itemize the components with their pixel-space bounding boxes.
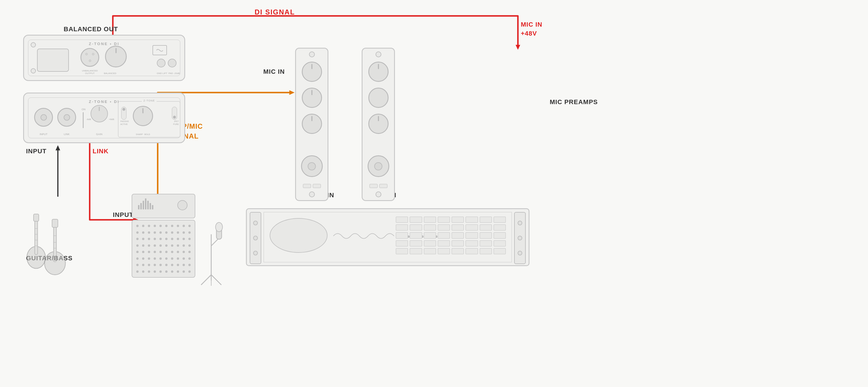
rack-unit [246,208,529,266]
mic-in-48v-label: MIC IN +48V [521,20,542,38]
svg-line-11 [211,275,221,285]
preamp2-buttons [370,184,388,188]
svg-marker-4 [56,145,60,151]
passive-label: PASSIVE [120,120,129,122]
ztone-section: Z-TONE PASSIVE ACTIVE SHARP · BOLD JFET … [118,101,180,137]
strip2-screw-b [376,191,381,197]
vu-meter [138,198,153,209]
screw-tl [31,42,36,47]
strip-screw-t [309,52,315,57]
ztone-di-top: Z-TONE • DI [23,35,185,81]
rack-connector-grid [396,217,506,254]
preamp-knob-1 [302,62,322,82]
minus8db-label: -8dB [86,118,91,121]
link-label: LINK [93,148,108,155]
preamp-knob-3 [302,114,322,134]
small-knob-2 [168,59,177,67]
unbalanced-label: UNBALANCEDOUTPUT [81,69,99,75]
svg-rect-17 [35,220,38,255]
ztone-di-bottom: Z-TONE • DI INPUT LINK ON GAIN -8dB +8dB [23,93,185,143]
strip-screw-b [309,191,315,197]
rack-ear-left [250,212,261,264]
svg-line-10 [201,275,211,285]
ztone-bottom-inner: Z-TONE • DI INPUT LINK ON GAIN -8dB +8dB [28,97,180,138]
svg-rect-24 [54,226,56,262]
guitar-svg-2 [42,217,68,278]
input-label-bottom: INPUT [34,133,53,136]
link-jack [57,108,76,127]
preamp-knob-2 [302,88,322,108]
pad-label: PAD -20dB [168,72,180,75]
input-jack [34,108,53,127]
active-label: ACTIVE [120,123,128,125]
rack-ear-right [514,212,526,264]
preamp2-knob-3 [368,114,389,134]
on-label: ON [82,108,86,111]
pure-label: PURE [173,123,179,125]
ztone-inner-label: Z-TONE [142,99,157,102]
strip2-screw-t [376,52,381,57]
preamp2-knob-1 [368,62,389,82]
jfet-switch [172,107,177,120]
gnd-lift-label: GND LIFT [156,72,168,75]
xlr-connector [81,48,99,67]
ztone-bottom-title: Z-TONE • DI [89,99,120,104]
mic-preamps-label: MIC PREAMPS [550,98,598,106]
svg-rect-25 [52,219,58,227]
rack-waveform [333,230,397,243]
left-preamp-strip [295,48,329,201]
di-signal-label: DI SIGNAL [255,8,295,16]
passive-switch [121,107,126,120]
balanced-label: BALANCED [102,72,118,75]
amp-head [132,194,195,218]
jfet-label: JFET [174,120,179,122]
small-knob-1 [157,59,165,67]
large-knob [105,46,127,67]
sharp-label: SHARP · BOLD [133,133,153,135]
ztone-top-inner: Z-TONE • DI [28,40,180,76]
amp-knob [177,200,187,210]
ztone-top-title: Z-TONE • DI [89,42,120,46]
gain-knob [91,105,108,122]
input-arrow-label: INPUT [26,148,46,155]
ztone-screen [37,49,69,72]
speaker-grille [135,223,192,274]
mic-stand-svg [197,211,226,286]
svg-point-15 [216,222,222,232]
switch-on [83,112,84,128]
symbol-box [153,45,167,55]
mic-stand [197,211,226,286]
input-amp-label: INPUT [113,211,133,219]
ztone-knob [133,106,153,126]
guitar-2 [42,217,68,278]
preamp-xlr-1 [301,155,322,177]
speaker-cab [132,220,195,278]
link-label-bottom: LINK [57,133,76,136]
preamp-buttons-1 [303,184,321,188]
mic-in-label: MIC IN [263,68,285,75]
svg-marker-0 [516,45,520,50]
diagram-container: DI SIGNAL BALANCED OUT MIC IN +48V MIC I… [0,0,868,387]
plus8db-label: +8dB [109,118,114,121]
screw-bl [31,68,36,73]
preamp2-xlr [368,155,389,177]
rack-display-oval [270,218,328,253]
preamp2-knob-2 [368,88,389,108]
balanced-out-label: BALANCED OUT [64,26,118,33]
rack-front-panel [264,212,512,262]
svg-rect-18 [34,214,39,221]
svg-line-13 [211,238,218,246]
gain-label: GAIN [91,133,108,136]
right-preamp-strip [362,48,395,201]
svg-marker-2 [289,90,294,95]
